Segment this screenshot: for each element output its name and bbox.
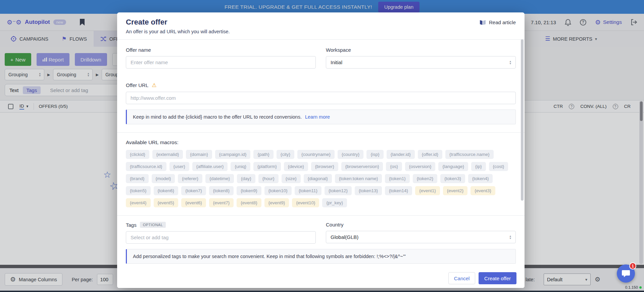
macro-chip[interactable]: {event7} — [209, 198, 234, 207]
macro-chip[interactable]: {token4} — [468, 174, 493, 183]
macro-chip[interactable]: {domain} — [186, 150, 212, 159]
create-offer-button[interactable]: Create offer — [479, 272, 516, 284]
macro-chip[interactable]: {device} — [284, 162, 308, 171]
read-article-label: Read article — [489, 19, 516, 25]
version-label: 0.1.150 — [611, 285, 642, 289]
macro-chip[interactable]: {externalid} — [152, 150, 183, 159]
create-offer-modal: Create offer An offer is your ad URL whi… — [117, 12, 525, 288]
country-select-value: Global(GLB) — [331, 234, 358, 240]
macro-chip[interactable]: {lander.id} — [387, 150, 415, 159]
tags-note-text: Add personalized tags to make your searc… — [133, 254, 406, 259]
book-icon — [480, 20, 486, 25]
macro-chip[interactable]: {countryname} — [297, 150, 335, 159]
macro-chip[interactable]: {datetime} — [205, 174, 234, 183]
macro-chip[interactable]: {browserversion} — [341, 162, 383, 171]
cancel-button[interactable]: Cancel — [448, 272, 475, 284]
macro-chip[interactable]: {token3} — [440, 174, 465, 183]
macro-chip[interactable]: {size} — [282, 174, 301, 183]
macro-chip[interactable]: {token:token name} — [335, 174, 382, 183]
macro-chip[interactable]: {event3} — [470, 186, 495, 195]
macro-chip[interactable]: {model} — [152, 174, 175, 183]
bottom-edge-bar — [0, 291, 644, 292]
read-article-link[interactable]: Read article — [480, 19, 516, 25]
learn-more-link[interactable]: Learn more — [305, 114, 330, 120]
clickid-note: Keep in mind to add the {clickid} macro … — [126, 110, 516, 124]
macro-chip[interactable]: {clickid} — [126, 150, 149, 159]
macro-chip[interactable]: {trafficsource.name} — [445, 150, 494, 159]
chat-bubble-icon — [622, 269, 630, 278]
macro-chip[interactable]: {trafficsource.id} — [126, 162, 166, 171]
macro-chip[interactable]: {isp} — [366, 150, 383, 159]
clickid-note-text: Keep in mind to add the {clickid} macro … — [133, 114, 302, 120]
updown-caret-icon: ▴▾ — [509, 60, 511, 65]
modal-title: Create offer — [126, 18, 516, 27]
macro-chip[interactable]: {event2} — [443, 186, 468, 195]
version-number: 0.1.150 — [625, 285, 638, 289]
macro-chip[interactable]: {platform} — [253, 162, 281, 171]
country-select[interactable]: Global(GLB) ▴▾ — [326, 231, 516, 243]
macro-chip[interactable]: {token14} — [385, 186, 412, 195]
macro-chip[interactable]: {event10} — [292, 198, 319, 207]
chat-unread-badge: 1 — [629, 262, 636, 269]
modal-footer: Cancel Create offer — [117, 268, 525, 288]
macro-chip[interactable]: {event9} — [264, 198, 289, 207]
offer-url-input[interactable] — [126, 92, 516, 104]
macro-chip[interactable]: {event1} — [415, 186, 440, 195]
tags-note: Add personalized tags to make your searc… — [126, 249, 516, 264]
divider — [117, 215, 525, 216]
macro-chip[interactable]: {token12} — [325, 186, 352, 195]
macro-chip[interactable]: {event5} — [154, 198, 179, 207]
workspace-select-value: Initial — [331, 59, 342, 65]
divider — [117, 132, 525, 133]
updown-caret-icon: ▴▾ — [509, 235, 511, 240]
macro-chip[interactable]: {ip} — [471, 162, 486, 171]
macro-chip[interactable]: {affiliate.user} — [192, 162, 228, 171]
macro-chip[interactable]: {diagonal} — [304, 174, 332, 183]
optional-badge: OPTIONAL — [140, 222, 166, 228]
macro-chip[interactable]: {country} — [338, 150, 363, 159]
macro-chip[interactable]: {token2} — [413, 174, 438, 183]
macro-chip[interactable]: {day} — [237, 174, 255, 183]
macro-chip[interactable]: {token5} — [126, 186, 151, 195]
macro-chip[interactable]: {event8} — [237, 198, 261, 207]
offer-url-label: Offer URL — [126, 82, 148, 88]
tags-input[interactable] — [126, 231, 316, 244]
app-screen: FREE TRIAL. UPGRADE & GET FULL ACCESS IN… — [0, 0, 644, 292]
macro-chip[interactable]: {browser} — [311, 162, 338, 171]
macro-chip[interactable]: {language} — [438, 162, 468, 171]
macro-chip[interactable]: {brand} — [126, 174, 149, 183]
macro-chip[interactable]: {offer.id} — [418, 150, 442, 159]
macro-chip[interactable]: {hour} — [258, 174, 279, 183]
macro-chip[interactable]: {city} — [277, 150, 294, 159]
offer-name-label: Offer name — [126, 47, 316, 53]
macro-chip[interactable]: {referer} — [178, 174, 202, 183]
modal-scrollbar[interactable] — [521, 39, 524, 201]
offer-name-input[interactable] — [126, 56, 316, 69]
macro-chip[interactable]: {campaign.id} — [215, 150, 251, 159]
macro-chip[interactable]: {path} — [253, 150, 273, 159]
modal-header: Create offer An offer is your ad URL whi… — [117, 12, 525, 40]
macro-chip[interactable]: {token1} — [385, 174, 410, 183]
macro-chip[interactable]: {pr_key} — [322, 198, 347, 207]
macro-chip[interactable]: {token7} — [181, 186, 206, 195]
macro-chip[interactable]: {user} — [169, 162, 189, 171]
macro-chips: {clickid}{externalid}{domain}{campaign.i… — [126, 150, 516, 207]
macro-chip[interactable]: {token9} — [237, 186, 261, 195]
macro-chip[interactable]: {cost} — [489, 162, 508, 171]
macro-chip[interactable]: {event4} — [126, 198, 151, 207]
country-label: Country — [326, 222, 516, 227]
modal-body: Offer name Workspace Initial ▴▾ Offer UR… — [117, 47, 525, 264]
macro-chip[interactable]: {token11} — [295, 186, 321, 195]
macro-chip[interactable]: {token13} — [355, 186, 382, 195]
workspace-select[interactable]: Initial ▴▾ — [326, 56, 516, 69]
macro-chip[interactable]: {token8} — [209, 186, 234, 195]
macro-chip[interactable]: {token10} — [264, 186, 292, 195]
macro-chip[interactable]: {token6} — [154, 186, 179, 195]
tags-label: Tags — [126, 222, 137, 228]
macro-chip[interactable]: {uniq} — [231, 162, 250, 171]
warning-icon: ⚠ — [152, 82, 156, 88]
macro-chip[interactable]: {os} — [386, 162, 402, 171]
macro-chip[interactable]: {event6} — [181, 198, 206, 207]
support-chat-button[interactable]: 1 — [617, 264, 635, 283]
macro-chip[interactable]: {osversion} — [405, 162, 436, 171]
